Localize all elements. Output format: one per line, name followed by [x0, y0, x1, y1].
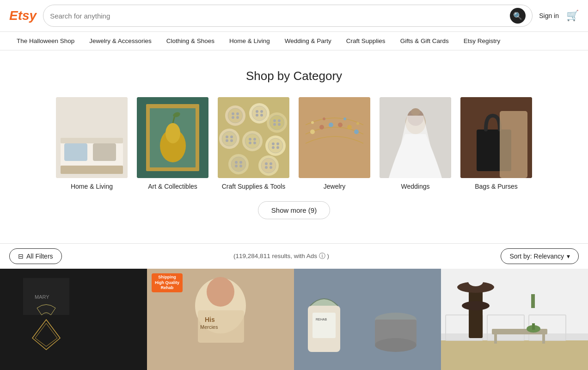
svg-rect-115: [531, 294, 535, 308]
search-bar: 🔍: [43, 5, 533, 27]
svg-point-51: [231, 157, 246, 172]
svg-point-76: [411, 108, 420, 116]
svg-point-35: [230, 136, 233, 138]
svg-rect-94: [312, 313, 336, 338]
results-close-paren: ): [327, 253, 329, 259]
svg-rect-2: [61, 138, 123, 143]
svg-point-71: [343, 117, 346, 120]
category-image-bags: [460, 97, 532, 178]
product-grid: MARY Personalized Unique Name Necklace, …: [0, 269, 588, 370]
category-card-bags[interactable]: Bags & Purses: [460, 97, 532, 190]
svg-point-52: [235, 161, 238, 164]
svg-point-54: [235, 165, 238, 167]
category-card-craft[interactable]: Craft Supplies & Tools: [218, 97, 289, 190]
svg-point-27: [270, 115, 284, 130]
etsy-logo[interactable]: Etsy: [9, 8, 37, 23]
svg-point-39: [245, 134, 260, 148]
svg-rect-62: [299, 97, 370, 178]
category-grid: Home & Living Art & Collectibles: [28, 97, 560, 190]
category-card-jewelry[interactable]: Jewelry: [299, 97, 370, 190]
svg-text:REHAB: REHAB: [316, 318, 327, 321]
nav-item-registry[interactable]: Etsy Registry: [456, 32, 508, 50]
svg-text:His: His: [205, 316, 215, 323]
nav-item-gifts[interactable]: Gifts & Gift Cards: [393, 32, 456, 50]
svg-point-23: [260, 110, 263, 113]
svg-point-31: [278, 123, 281, 126]
svg-text:MARY: MARY: [35, 294, 49, 300]
nav-item-halloween[interactable]: The Halloween Shop: [9, 32, 82, 50]
svg-point-16: [232, 112, 234, 115]
svg-point-67: [347, 125, 352, 130]
svg-point-70: [323, 117, 325, 120]
nav-item-home[interactable]: Home & Living: [222, 32, 277, 50]
svg-point-22: [256, 110, 258, 113]
svg-point-40: [249, 138, 251, 141]
svg-point-64: [319, 125, 324, 130]
svg-point-25: [260, 114, 263, 117]
category-image-jewelry: [299, 97, 370, 178]
sort-button[interactable]: Sort by: Relevancy ▾: [501, 248, 579, 264]
svg-point-10: [165, 123, 180, 143]
filters-bar: ⊟ All Filters (119,284,811 results, with…: [0, 243, 588, 269]
svg-point-42: [249, 142, 251, 144]
chevron-down-icon: ▾: [567, 253, 570, 260]
product-card-4[interactable]: GG EDEN Wood Floral Cat Tree Tower, Wood…: [441, 269, 588, 370]
category-image-art: [137, 97, 208, 178]
nav-item-wedding[interactable]: Wedding & Party: [277, 32, 339, 50]
svg-point-41: [253, 138, 256, 141]
nav-bar: The Halloween Shop Jewelry & Accessories…: [0, 32, 588, 50]
svg-rect-79: [500, 111, 527, 178]
svg-point-46: [272, 142, 275, 145]
svg-point-18: [232, 116, 234, 119]
product-image-3: REHAB: [294, 269, 441, 370]
svg-rect-5: [61, 166, 123, 174]
svg-point-58: [265, 162, 268, 165]
svg-rect-109: [469, 287, 483, 338]
search-input[interactable]: [50, 12, 510, 20]
svg-point-45: [268, 138, 283, 153]
show-more-section: Show more (9): [28, 201, 560, 219]
product-card-1[interactable]: MARY Personalized Unique Name Necklace, …: [0, 269, 147, 370]
svg-point-48: [272, 146, 275, 149]
svg-point-60: [265, 166, 268, 169]
search-button[interactable]: 🔍: [510, 8, 526, 24]
category-label-jewelry: Jewelry: [324, 183, 345, 190]
svg-point-30: [273, 123, 276, 126]
svg-point-21: [252, 106, 267, 121]
category-label-bags: Bags & Purses: [475, 183, 518, 190]
cart-icon[interactable]: 🛒: [566, 10, 579, 22]
svg-rect-122: [532, 323, 535, 330]
category-card-art[interactable]: Art & Collectibles: [137, 97, 208, 190]
category-label-home: Home & Living: [71, 183, 113, 190]
nav-item-craft[interactable]: Craft Supplies: [339, 32, 393, 50]
svg-point-55: [239, 165, 242, 167]
svg-rect-120: [542, 334, 545, 344]
results-text: (119,284,811 results, with Ads: [233, 253, 317, 259]
results-count: (119,284,811 results, with Ads ⓘ ): [233, 252, 329, 260]
svg-point-53: [239, 161, 242, 164]
shipping-badge-2: ShippingHigh QualityRehab: [152, 273, 183, 292]
svg-point-36: [226, 139, 228, 142]
svg-point-24: [256, 114, 258, 117]
nav-item-clothing[interactable]: Clothing & Shoes: [159, 32, 222, 50]
help-icon[interactable]: ⓘ: [319, 253, 325, 259]
svg-rect-80: [0, 269, 147, 370]
nav-item-jewelry[interactable]: Jewelry & Accessories: [82, 32, 159, 50]
category-section: Shop by Category Home & Living: [0, 50, 588, 243]
svg-point-28: [273, 119, 276, 122]
all-filters-button[interactable]: ⊟ All Filters: [9, 248, 62, 264]
category-label-craft: Craft Supplies & Tools: [222, 183, 285, 190]
category-card-weddings[interactable]: Weddings: [380, 97, 451, 190]
svg-point-63: [310, 130, 315, 134]
sign-in-button[interactable]: Sign in: [539, 12, 559, 19]
svg-point-37: [230, 139, 233, 142]
show-more-button[interactable]: Show more (9): [258, 201, 330, 219]
svg-point-68: [354, 130, 359, 134]
main-content: Shop by Category Home & Living: [0, 50, 588, 370]
category-card-home[interactable]: Home & Living: [56, 97, 128, 190]
svg-point-57: [261, 158, 276, 173]
product-card-2[interactable]: ShippingHigh QualityRehab His Mercies Mo…: [147, 269, 294, 370]
product-card-3[interactable]: REHAB Sending Hugs, Care Package for Fri…: [294, 269, 441, 370]
svg-point-49: [276, 146, 279, 149]
category-image-home: [56, 97, 128, 178]
